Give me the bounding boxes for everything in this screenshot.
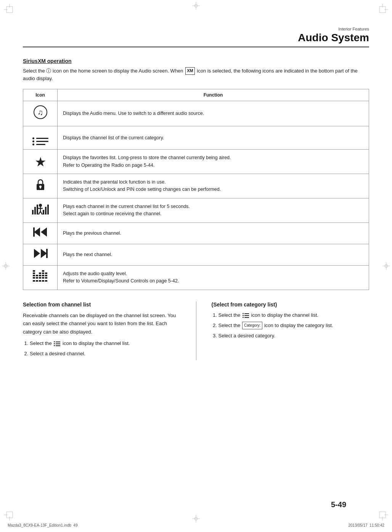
svg-rect-55 (39, 272, 41, 274)
section-title: Audio System (23, 31, 369, 44)
table-row: Adjusts the audio quality level.Refer to… (23, 265, 369, 290)
selection-step-2: Select a desired channel. (30, 350, 181, 358)
music-note-icon-cell: ♫ (23, 101, 58, 126)
crosshair-top (192, 2, 200, 10)
scan-icon (32, 207, 49, 218)
svg-rect-50 (33, 272, 35, 274)
func-cell-channellist: Displays the channel list of the current… (58, 126, 369, 150)
table-header-function: Function (58, 89, 369, 101)
lock-icon-cell (23, 174, 58, 198)
table-row: Plays the previous channel. (23, 222, 369, 244)
selection-intro: Receivable channels can be displayed on … (23, 311, 181, 336)
svg-marker-47 (34, 249, 40, 258)
reg-mark-tr (377, 4, 388, 15)
svg-rect-45 (33, 227, 35, 237)
svg-point-31 (42, 190, 43, 191)
svg-rect-65 (33, 280, 35, 282)
footer-filename: Mazda3_8CX9-EA-13F_Edition1.indb 49 (8, 523, 77, 527)
sirius-title: SiriusXM operation (23, 58, 369, 64)
bottom-section: Selection from channel list Receivable c… (23, 301, 369, 360)
svg-rect-58 (42, 270, 44, 272)
equalizer-icon (32, 274, 48, 285)
selection-title: Selection from channel list (23, 301, 181, 308)
music-note-icon: ♫ (33, 110, 48, 122)
next-channel-icon (33, 250, 48, 261)
svg-rect-60 (42, 275, 44, 276)
func-cell-lock: Indicates that the parental lock functio… (58, 174, 369, 198)
inline-list-icon-1 (54, 341, 60, 346)
channel-list-icon (32, 137, 48, 145)
page-footer: Mazda3_8CX9-EA-13F_Edition1.indb 49 2013… (0, 523, 392, 527)
category-step-3: Select a desired category. (218, 332, 370, 340)
table-row: Plays each channel in the current channe… (23, 198, 369, 222)
table-row: Indicates that the parental lock functio… (23, 174, 369, 198)
category-title: (Select from category list) (212, 301, 370, 308)
inline-list-icon-2 (243, 313, 249, 318)
selection-body: Receivable channels can be displayed on … (23, 311, 181, 358)
bottom-divider (196, 301, 196, 360)
crosshair-right (382, 262, 390, 270)
table-row: Displays the channel list of the current… (23, 126, 369, 150)
func-cell-equalizer: Adjusts the audio quality level.Refer to… (58, 265, 369, 290)
crosshair-left (2, 262, 10, 270)
svg-marker-44 (41, 227, 47, 237)
svg-rect-66 (36, 280, 38, 282)
svg-rect-59 (42, 272, 44, 274)
category-step-2: Select the Category: icon to display the… (218, 322, 370, 330)
star-icon-cell: ★ (23, 150, 58, 174)
page-number: 5-49 (331, 500, 346, 509)
svg-point-30 (40, 190, 41, 191)
svg-rect-63 (45, 275, 47, 276)
table-header-icon: Icon (23, 89, 58, 101)
svg-point-29 (38, 190, 39, 191)
page-container: Interior Features Audio System SiriusXM … (0, 0, 392, 532)
svg-rect-69 (45, 280, 47, 282)
lock-icon (34, 182, 47, 194)
section-label: Interior Features (23, 27, 369, 31)
svg-rect-32 (32, 210, 34, 214)
func-cell-next: Plays the next channel. (58, 244, 369, 265)
svg-rect-36 (45, 207, 47, 214)
prev-channel-icon (33, 228, 48, 240)
prev-channel-icon-cell (23, 222, 58, 244)
func-cell-music: Displays the Audio menu. Use to switch t… (58, 101, 369, 126)
svg-rect-56 (39, 275, 41, 276)
svg-rect-35 (43, 210, 44, 214)
svg-marker-46 (41, 249, 47, 258)
svg-rect-49 (33, 270, 35, 272)
bottom-right: (Select from category list) Select the (212, 301, 370, 360)
svg-rect-37 (47, 205, 49, 214)
xm-inline-icon: XM (185, 67, 195, 75)
svg-rect-53 (36, 275, 38, 276)
svg-rect-28 (40, 187, 41, 189)
svg-point-38 (39, 204, 42, 207)
icon-table: Icon Function ♫ (23, 89, 369, 290)
category-button-label: Category: (242, 322, 262, 329)
reg-mark-tl (4, 4, 15, 15)
svg-rect-54 (36, 277, 38, 279)
scan-icon-cell (23, 198, 58, 222)
svg-line-42 (40, 211, 42, 214)
selection-step-1: Select the icon to display the channel l… (30, 340, 181, 348)
svg-rect-52 (33, 277, 35, 279)
svg-rect-57 (39, 277, 41, 279)
svg-rect-68 (42, 280, 44, 282)
svg-rect-34 (37, 205, 38, 214)
svg-rect-61 (42, 277, 44, 279)
bottom-left: Selection from channel list Receivable c… (23, 301, 181, 360)
star-icon: ★ (35, 155, 46, 169)
channel-list-icon-cell (23, 126, 58, 150)
page-header: Interior Features Audio System (23, 27, 369, 47)
svg-rect-48 (46, 249, 48, 258)
svg-line-41 (39, 211, 40, 214)
svg-text:♫: ♫ (37, 108, 43, 116)
table-row: Plays the next channel. (23, 244, 369, 265)
svg-marker-43 (34, 227, 40, 237)
category-steps: Select the icon to display the channel l… (212, 311, 370, 340)
table-row: ♫ Displays the Audio menu. Use to switch… (23, 101, 369, 126)
func-cell-prev: Plays the previous channel. (58, 222, 369, 244)
table-row: ★ Displays the favorites list. Long-pres… (23, 150, 369, 174)
footer-date: 2013/05/17 11:50:42 (348, 523, 384, 527)
sirius-section: SiriusXM operation Select the ⓘ icon on … (23, 58, 369, 360)
svg-rect-62 (45, 272, 47, 274)
